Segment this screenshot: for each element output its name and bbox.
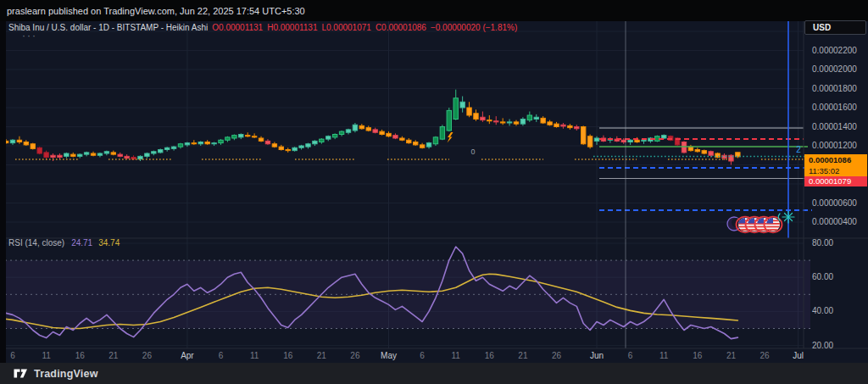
- candle-body: [554, 124, 559, 126]
- price-tick-label: 0.00001600: [812, 103, 857, 112]
- candle-body: [232, 136, 236, 138]
- candle-body: [279, 147, 283, 149]
- candle-body: [152, 152, 156, 153]
- usa-flag-sticker-icon[interactable]: [766, 218, 780, 231]
- time-tick-month: Jul: [782, 351, 815, 360]
- candle-body: [212, 143, 216, 144]
- footer-brand[interactable]: TradingView: [34, 368, 98, 380]
- lightning-marker-icon[interactable]: [448, 132, 453, 143]
- time-tick-day: 21: [714, 351, 748, 360]
- candle-body: [594, 138, 598, 141]
- price-tick-label: 0.00002000: [812, 64, 857, 74]
- candle-body: [104, 152, 108, 153]
- rsi-legend[interactable]: RSI (14, close)24.7134.74: [8, 238, 120, 248]
- candle-body: [359, 125, 364, 128]
- candle-body: [37, 147, 42, 153]
- candles-layer: [0, 90, 740, 165]
- time-tick-day: 26: [540, 351, 574, 360]
- rsi-tick-label: 40.00: [812, 306, 833, 315]
- candle-body: [507, 122, 511, 123]
- time-tick-day: 6: [614, 351, 648, 360]
- time-tick-day: 26: [338, 351, 372, 360]
- candle-body: [24, 142, 28, 145]
- publish-header: praslearn published on TradingView.com, …: [0, 0, 868, 21]
- candle-body: [252, 136, 256, 137]
- candle-body: [346, 130, 350, 132]
- candle-body: [635, 140, 639, 142]
- left-margin: [0, 21, 6, 363]
- rsi-tick-label: 80.00: [812, 238, 833, 248]
- candle-body: [514, 122, 518, 124]
- candle-body: [286, 150, 290, 151]
- candle-body: [111, 153, 115, 154]
- ohlc-change: −0.00000020 (−1.81%): [431, 23, 517, 32]
- candle-body: [688, 147, 693, 151]
- time-tick-month: May: [372, 351, 406, 360]
- candle-body: [387, 133, 391, 136]
- tradingview-logo-icon[interactable]: [14, 367, 28, 380]
- candle-body: [581, 127, 586, 144]
- candle-body: [426, 143, 431, 147]
- publish-text: praslearn published on TradingView.com, …: [7, 6, 305, 16]
- candle-body: [407, 140, 411, 142]
- time-tick-day: 6: [0, 351, 30, 360]
- candle-body: [178, 144, 182, 147]
- candle-body: [198, 142, 203, 144]
- candle-body: [91, 153, 95, 155]
- ohlc-open: O0.00001131: [212, 23, 263, 32]
- price-tick-label: 0.00001400: [812, 122, 857, 131]
- candle-body: [534, 117, 538, 119]
- candle-body: [467, 108, 471, 115]
- candle-body: [58, 155, 62, 157]
- candle-body: [561, 125, 565, 126]
- candle-body: [339, 131, 343, 134]
- rsi-tick-label: 20.00: [812, 341, 833, 350]
- annotation-label-0[interactable]: 0: [470, 147, 475, 156]
- legend-more-button[interactable]: ···: [22, 30, 37, 42]
- time-tick-day: 16: [681, 351, 715, 360]
- time-tick-day: 11: [237, 351, 271, 360]
- rsi-band: [0, 260, 810, 328]
- candle-body: [494, 121, 498, 122]
- candle-body: [17, 140, 21, 142]
- candle-body: [433, 137, 437, 144]
- price-tick-label: 0.00000400: [812, 217, 857, 226]
- candle-body: [373, 130, 377, 132]
- candle-body: [78, 154, 82, 156]
- candle-body: [205, 142, 209, 144]
- candle-body: [332, 135, 337, 137]
- candle-body: [259, 138, 263, 141]
- candle-body: [185, 143, 189, 145]
- candle-body: [313, 141, 317, 143]
- ohlc-close: C0.00001086: [376, 23, 426, 32]
- candle-body: [393, 136, 398, 138]
- time-tick-day: 21: [97, 351, 131, 360]
- candle-body: [628, 140, 632, 142]
- annotation-label-2[interactable]: 2: [796, 145, 801, 154]
- candle-body: [265, 141, 270, 143]
- time-tick-day: 26: [748, 351, 782, 360]
- currency-toggle-button[interactable]: USD: [804, 20, 866, 35]
- price-chart-canvas[interactable]: 02: [0, 0, 868, 384]
- candle-body: [575, 127, 579, 129]
- time-tick-day: 16: [63, 351, 97, 360]
- time-tick-day: 11: [439, 351, 473, 360]
- ohlc-low: L0.00001071: [321, 23, 370, 32]
- current-price-label: 0.00001086 11:35:02: [804, 154, 867, 176]
- candle-body: [420, 145, 424, 147]
- symbol-legend[interactable]: Shiba Inu / U.S. dollar - 1D - BITSTAMP …: [8, 23, 517, 32]
- candle-body: [500, 122, 504, 123]
- candle-body: [51, 155, 55, 157]
- time-tick-day: 11: [647, 351, 681, 360]
- candle-body: [353, 125, 357, 131]
- candle-body: [709, 152, 713, 156]
- candle-body: [568, 125, 572, 127]
- rsi-ma-value: 34.74: [98, 238, 120, 248]
- last-price-label: 0.00001079: [804, 176, 867, 186]
- candle-body: [97, 153, 102, 155]
- time-tick-month: Jun: [580, 351, 614, 360]
- candle-body: [192, 143, 196, 144]
- price-tick-label: 0.00001800: [812, 84, 857, 93]
- tradingview-screenshot: 02 praslearn published on TradingView.co…: [0, 0, 868, 384]
- candle-body: [44, 153, 48, 158]
